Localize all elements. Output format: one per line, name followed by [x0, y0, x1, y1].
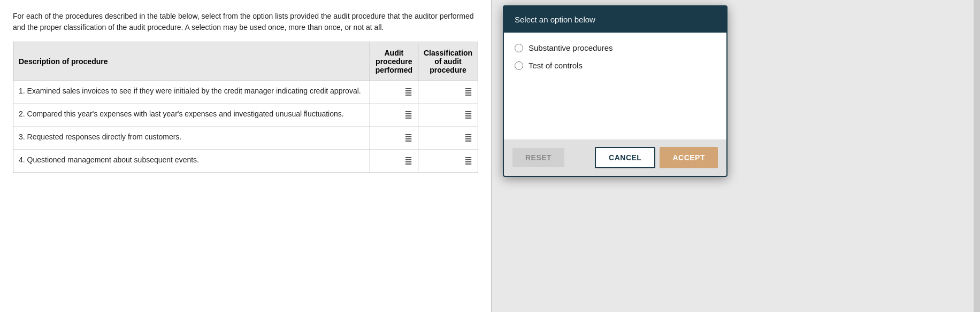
cell-description: 4. Questioned management about subsequen… — [13, 150, 370, 173]
cell-classification-icon[interactable]: ≣ — [418, 150, 478, 173]
procedures-table: Description of procedure Audit procedure… — [13, 42, 478, 173]
cell-description: 2. Compared this year's expenses with la… — [13, 104, 370, 127]
modal-title: Select an option below — [515, 15, 595, 24]
col-header-procedure: Audit procedure performed — [370, 42, 418, 81]
modal-dialog: Select an option below Substantive proce… — [503, 5, 728, 177]
classification-dropdown-icon[interactable]: ≣ — [464, 110, 472, 121]
cell-procedure-icon[interactable]: ≣ — [370, 150, 418, 173]
cell-classification-icon[interactable]: ≣ — [418, 127, 478, 150]
modal-header: Select an option below — [504, 6, 726, 33]
reset-button[interactable]: RESET — [512, 148, 564, 167]
intro-text: For each of the procedures described in … — [13, 11, 478, 33]
cancel-button[interactable]: CANCEL — [595, 147, 655, 168]
radio-test-of-controls[interactable] — [515, 61, 523, 70]
procedure-dropdown-icon[interactable]: ≣ — [404, 155, 412, 167]
option-substantive-label: Substantive procedures — [529, 43, 613, 52]
procedure-dropdown-icon[interactable]: ≣ — [404, 132, 412, 144]
accept-button[interactable]: ACCEPT — [660, 147, 718, 168]
procedure-dropdown-icon[interactable]: ≣ — [404, 110, 412, 121]
cell-procedure-icon[interactable]: ≣ — [370, 127, 418, 150]
cell-description: 3. Requested responses directly from cus… — [13, 127, 370, 150]
col-header-description: Description of procedure — [13, 42, 370, 81]
cell-description: 1. Examined sales invoices to see if the… — [13, 81, 370, 104]
option-test-of-controls[interactable]: Test of controls — [515, 61, 716, 70]
action-buttons: CANCEL ACCEPT — [595, 147, 718, 168]
classification-dropdown-icon[interactable]: ≣ — [464, 155, 472, 167]
modal-footer: RESET CANCEL ACCEPT — [504, 139, 726, 176]
col-header-classification: Classification of audit procedure — [418, 42, 478, 81]
radio-substantive[interactable] — [515, 44, 523, 52]
option-test-of-controls-label: Test of controls — [529, 61, 583, 70]
scrollbar[interactable] — [974, 0, 980, 312]
cell-classification-icon[interactable]: ≣ — [418, 104, 478, 127]
procedure-dropdown-icon[interactable]: ≣ — [404, 87, 412, 98]
right-panel: Select an option below Substantive proce… — [492, 0, 980, 312]
classification-dropdown-icon[interactable]: ≣ — [464, 87, 472, 98]
left-panel: For each of the procedures described in … — [0, 0, 492, 312]
table-row: 3. Requested responses directly from cus… — [13, 127, 478, 150]
modal-body: Substantive procedures Test of controls — [504, 33, 726, 139]
cell-procedure-icon[interactable]: ≣ — [370, 81, 418, 104]
table-row: 1. Examined sales invoices to see if the… — [13, 81, 478, 104]
cell-classification-icon[interactable]: ≣ — [418, 81, 478, 104]
option-substantive[interactable]: Substantive procedures — [515, 43, 716, 52]
table-row: 4. Questioned management about subsequen… — [13, 150, 478, 173]
table-row: 2. Compared this year's expenses with la… — [13, 104, 478, 127]
cell-procedure-icon[interactable]: ≣ — [370, 104, 418, 127]
classification-dropdown-icon[interactable]: ≣ — [464, 132, 472, 144]
